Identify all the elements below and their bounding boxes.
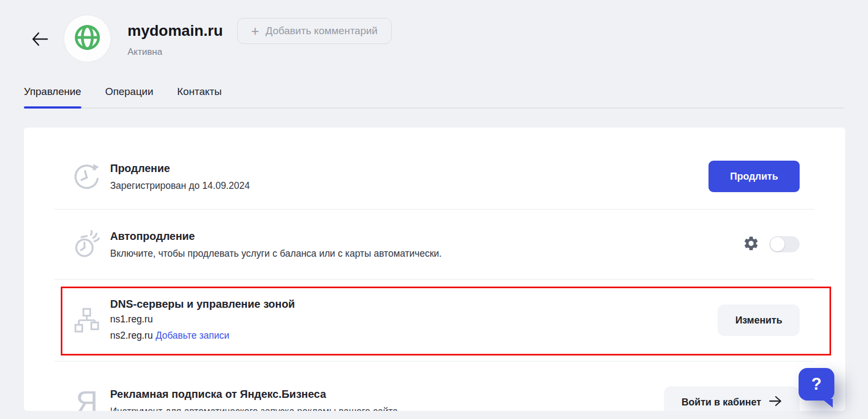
add-comment-button[interactable]: + Добавить комментарий <box>237 18 392 44</box>
help-button[interactable]: ? <box>799 368 834 401</box>
tab-contacts[interactable]: Контакты <box>177 86 222 107</box>
yandex-row: Я Рекламная подписка от Яндекс.Бизнеса И… <box>24 361 845 411</box>
renewal-row: Продление Зарегистрирован до 14.09.2024 … <box>24 144 845 209</box>
add-records-link[interactable]: Добавьте записи <box>156 330 229 341</box>
dns-row: DNS-серверы и управление зоной ns1.reg.r… <box>24 280 845 361</box>
gear-icon <box>743 235 760 253</box>
status-badge: Активна <box>127 47 223 58</box>
plus-icon: + <box>251 24 259 38</box>
dns-tree-icon <box>63 308 110 333</box>
renewal-title: Продление <box>110 161 709 175</box>
tab-management[interactable]: Управление <box>24 86 81 107</box>
domain-avatar <box>63 15 111 62</box>
tab-bar: Управление Операции Контакты <box>24 86 844 109</box>
autorenewal-toggle[interactable] <box>769 236 800 252</box>
page-title: mydomain.ru <box>127 22 223 40</box>
back-button[interactable] <box>30 30 50 49</box>
domain-header: mydomain.ru Активна <box>127 22 223 58</box>
ns2-record: ns2.reg.ru <box>110 330 153 341</box>
tab-operations[interactable]: Операции <box>105 86 154 107</box>
globe-icon <box>73 23 101 54</box>
toggle-knob <box>770 237 784 251</box>
dns-title: DNS-серверы и управление зоной <box>110 297 718 311</box>
autorenewal-row: Автопродление Включите, чтобы продлевать… <box>24 210 845 279</box>
autorenew-stopwatch-icon <box>63 230 110 258</box>
yandex-cabinet-button[interactable]: Войти в кабинет <box>664 386 800 411</box>
ns1-record: ns1.reg.ru <box>110 311 718 327</box>
yandex-title: Рекламная подписка от Яндекс.Бизнеса <box>110 387 664 401</box>
bubble-tail <box>822 399 833 408</box>
question-mark-icon: ? <box>812 374 822 394</box>
yandex-letter-icon: Я <box>63 387 110 411</box>
dns-edit-button[interactable]: Изменить <box>718 304 800 336</box>
autorenewal-settings-button[interactable] <box>743 235 760 253</box>
renewal-subtitle: Зарегистрирован до 14.09.2024 <box>110 180 709 192</box>
management-card: Продление Зарегистрирован до 14.09.2024 … <box>24 128 845 411</box>
add-comment-label: Добавить комментарий <box>266 25 378 37</box>
arrow-left-icon <box>31 31 49 49</box>
yandex-subtitle: Инструмент для автоматического запуска р… <box>110 405 664 411</box>
autorenewal-subtitle: Включите, чтобы продлевать услуги с бала… <box>110 247 743 259</box>
arrow-right-icon <box>769 395 782 410</box>
renew-button[interactable]: Продлить <box>709 161 800 192</box>
renew-clock-icon <box>63 162 110 191</box>
autorenewal-title: Автопродление <box>110 229 743 243</box>
